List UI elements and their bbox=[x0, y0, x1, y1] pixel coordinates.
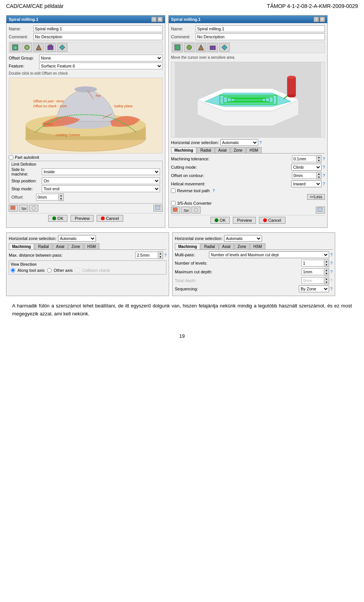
hz-question[interactable]: ? bbox=[259, 140, 262, 145]
br-hz-select[interactable]: Automatic bbox=[224, 235, 262, 242]
toolbar-btn-1[interactable]: ① bbox=[10, 43, 20, 52]
toolbar-btn-5[interactable] bbox=[57, 43, 67, 52]
cutting-mode-select[interactable]: Climb bbox=[291, 164, 322, 171]
tol-up-btn[interactable]: ▲ bbox=[317, 155, 321, 159]
md-question[interactable]: ? bbox=[164, 253, 166, 257]
collision-check-cb[interactable] bbox=[75, 268, 80, 273]
reverse-question[interactable]: ? bbox=[212, 188, 215, 193]
comment-input[interactable] bbox=[33, 33, 163, 40]
tol-down-btn[interactable]: ▼ bbox=[317, 159, 321, 162]
total-depth-input[interactable] bbox=[301, 277, 324, 284]
bl-hz-select[interactable]: Automatic bbox=[58, 235, 96, 242]
sequencing-select[interactable]: By Zone bbox=[299, 285, 329, 292]
md-down-btn[interactable]: ▼ bbox=[158, 255, 163, 259]
name-input[interactable] bbox=[33, 25, 163, 32]
footer-btn-1[interactable] bbox=[9, 205, 18, 212]
oc-question[interactable]: ? bbox=[323, 173, 325, 178]
help-btn-right[interactable]: ? bbox=[314, 17, 319, 22]
help-btn[interactable]: ? bbox=[151, 17, 157, 22]
footer-r-btn-1[interactable] bbox=[171, 207, 180, 213]
cancel-button-left[interactable]: Cancel bbox=[97, 215, 123, 222]
footer-r-btn-2[interactable]: Spc bbox=[181, 207, 190, 213]
footer-btn-3[interactable] bbox=[29, 205, 38, 212]
other-axis-radio[interactable] bbox=[47, 268, 52, 273]
tab-axial-bl[interactable]: Axial bbox=[53, 243, 68, 249]
footer-r-btn-right[interactable] bbox=[316, 207, 325, 213]
oc-down-btn[interactable]: ▼ bbox=[317, 176, 321, 179]
td-question[interactable]: ? bbox=[330, 278, 333, 283]
machining-tolerance-input[interactable] bbox=[292, 155, 317, 162]
md-up-btn[interactable]: ▲ bbox=[158, 252, 163, 255]
stop-position-select[interactable]: On bbox=[42, 177, 160, 184]
mcd-up-btn[interactable]: ▲ bbox=[324, 268, 329, 272]
helical-select[interactable]: Inward bbox=[291, 180, 322, 187]
tab-zone-br[interactable]: Zone bbox=[234, 243, 250, 249]
tab-hsm-bl[interactable]: HSM bbox=[84, 243, 99, 249]
offset-up-btn[interactable]: ▲ bbox=[59, 194, 63, 197]
footer-btn-2[interactable]: Spc bbox=[19, 205, 28, 212]
tab-machining-bl[interactable]: Machining bbox=[9, 243, 34, 249]
tab-machining-right[interactable]: Machining bbox=[171, 147, 196, 153]
cutting-question[interactable]: ? bbox=[323, 165, 325, 169]
offset-input[interactable] bbox=[36, 194, 59, 201]
toolbar-btn-3[interactable] bbox=[33, 43, 44, 52]
part-autolimit-cb[interactable] bbox=[9, 155, 13, 160]
side-to-machine-select[interactable]: Inside bbox=[42, 168, 160, 175]
max-dist-input[interactable] bbox=[135, 252, 158, 259]
close-btn[interactable]: ✕ bbox=[157, 17, 163, 22]
hz-select-right[interactable]: Automatic bbox=[220, 139, 258, 146]
nl-question[interactable]: ? bbox=[330, 261, 333, 265]
along-tool-axis-radio[interactable] bbox=[11, 268, 15, 273]
toolbar-r-btn-2[interactable] bbox=[184, 43, 195, 52]
mcd-down-btn[interactable]: ▼ bbox=[324, 272, 329, 275]
toolbar-btn-4[interactable] bbox=[45, 43, 56, 52]
cancel-button-right[interactable]: Cancel bbox=[259, 217, 285, 224]
toolbar-r-btn-5[interactable] bbox=[219, 43, 230, 52]
offset-down-btn[interactable]: ▼ bbox=[59, 197, 63, 201]
td-down-btn[interactable]: ▼ bbox=[324, 281, 329, 284]
less-button[interactable]: <<Less bbox=[307, 194, 325, 200]
footer-btn-right[interactable] bbox=[154, 205, 163, 212]
tab-radial-br[interactable]: Radial bbox=[201, 243, 218, 249]
seq-question[interactable]: ? bbox=[330, 287, 333, 291]
toolbar-r-btn-3[interactable] bbox=[196, 43, 206, 52]
toolbar-r-btn-1[interactable] bbox=[172, 43, 183, 52]
reverse-tool-cb[interactable] bbox=[171, 188, 176, 193]
mp-question[interactable]: ? bbox=[330, 252, 333, 257]
stop-mode-select[interactable]: Tool end bbox=[42, 185, 160, 192]
converter-cb[interactable] bbox=[171, 201, 176, 205]
tab-machining-br[interactable]: Machining bbox=[175, 243, 200, 249]
max-cut-depth-input[interactable] bbox=[301, 268, 324, 275]
num-levels-input[interactable] bbox=[301, 260, 324, 267]
toolbar-r-btn-4[interactable] bbox=[207, 43, 218, 52]
tab-zone-bl[interactable]: Zone bbox=[68, 243, 84, 249]
tab-axial-br[interactable]: Axial bbox=[219, 243, 234, 249]
tab-radial-right[interactable]: Radial bbox=[197, 147, 214, 153]
name-input-right[interactable] bbox=[196, 25, 325, 32]
mcd-question[interactable]: ? bbox=[330, 270, 333, 274]
tab-hsm-right[interactable]: HSM bbox=[246, 147, 261, 153]
multi-pass-select[interactable]: Number of levels and Maximum cut dept bbox=[209, 251, 329, 258]
tol-question[interactable]: ? bbox=[323, 157, 325, 161]
nl-up-btn[interactable]: ▲ bbox=[324, 260, 329, 263]
preview-button-right[interactable]: Preview bbox=[233, 217, 256, 224]
comment-input-right[interactable] bbox=[196, 33, 325, 40]
ok-button-right[interactable]: OK bbox=[210, 217, 230, 224]
preview-button-left[interactable]: Preview bbox=[71, 215, 94, 222]
oc-up-btn[interactable]: ▲ bbox=[317, 172, 321, 176]
offset-contour-input[interactable] bbox=[292, 172, 317, 179]
tab-radial-bl[interactable]: Radial bbox=[35, 243, 52, 249]
offset-group-select[interactable]: None bbox=[39, 55, 163, 61]
tab-axial-right[interactable]: Axial bbox=[215, 147, 230, 153]
name-row-right: Name: bbox=[171, 25, 325, 32]
helical-question[interactable]: ? bbox=[323, 182, 325, 186]
footer-r-btn-3[interactable] bbox=[191, 207, 201, 213]
close-btn-right[interactable]: ✕ bbox=[320, 17, 325, 22]
nl-down-btn[interactable]: ▼ bbox=[324, 263, 329, 267]
ok-button-left[interactable]: OK bbox=[48, 215, 67, 222]
tab-hsm-br[interactable]: HSM bbox=[250, 243, 265, 249]
tab-zone-right[interactable]: Zone bbox=[231, 147, 246, 153]
feature-select[interactable]: Surfacic Feature.6 bbox=[39, 63, 163, 69]
td-up-btn[interactable]: ▲ bbox=[324, 277, 329, 281]
toolbar-btn-2[interactable]: ② bbox=[22, 43, 32, 52]
